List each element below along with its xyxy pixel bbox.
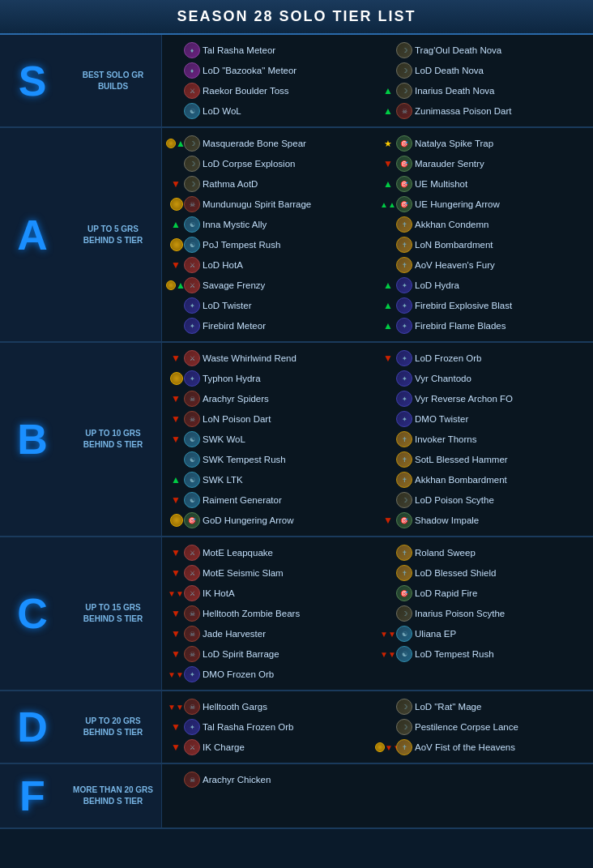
build-name: MotE Seismic Slam: [203, 568, 284, 578]
build-item: ▲ ✦ LoD Hydra: [381, 276, 587, 294]
build-item: ▼ ⚔ MotE Seismic Slam: [169, 564, 374, 582]
arrow-up-indicator: ▲: [382, 320, 394, 331]
build-avatar: ✝: [396, 472, 412, 488]
build-name: Trag'Oul Death Nova: [415, 45, 501, 55]
build-avatar: ☠: [184, 772, 200, 788]
arrow-down-indicator: ▼: [170, 353, 181, 364]
build-item: ▲ ☯ SWK LTK: [169, 471, 374, 489]
build-avatar: ☠: [184, 646, 200, 662]
tier-desc-text-F: MORE THAN 20 GRS BEHIND S TIER: [71, 785, 155, 807]
tier-row-C: C UP TO 15 GRS BEHIND S TIER ▼ ⚔ MotE Le…: [0, 537, 593, 691]
build-item: ☽ Trag'Oul Death Nova: [381, 41, 587, 59]
build-avatar: ✦: [396, 391, 412, 407]
tier-row-S: S BEST SOLO GR BUILDS ♦ Tal Rasha Meteor…: [0, 35, 593, 128]
build-avatar: ✦: [184, 318, 200, 334]
build-item: ▲ ☠ Zunimassa Poison Dart: [381, 102, 587, 120]
build-item: ☠ Mundunugu Spirit Barrage: [169, 195, 374, 213]
build-item: ▼ ☠ LoN Poison Dart: [169, 410, 374, 428]
build-avatar: ☽: [396, 42, 412, 58]
build-name: Firebird Flame Blades: [415, 321, 506, 331]
build-name: Natalya Spike Trap: [415, 139, 493, 148]
tier-desc-text-A: UP TO 5 GRS BEHIND S TIER: [71, 224, 155, 246]
build-avatar: ☽: [184, 176, 200, 192]
build-item: ▼ ⚔ Waste Whirlwind Rend: [169, 349, 374, 367]
build-avatar: ✦: [396, 318, 412, 334]
build-name: Jade Harvester: [203, 629, 266, 639]
build-avatar: ☯: [396, 626, 412, 642]
build-item: ▼▼ ✦ DMO Frozen Orb: [169, 665, 374, 683]
build-name: LoD Hydra: [415, 280, 459, 290]
build-name: Uliana EP: [415, 629, 456, 639]
build-item: ☽ LoD Death Nova: [381, 62, 587, 79]
build-avatar: ⚔: [184, 350, 200, 366]
build-name: SWK WoL: [203, 434, 245, 444]
build-name: Tal Rasha Frozen Orb: [203, 722, 294, 732]
build-avatar: ✦: [184, 370, 200, 387]
build-name: LoD HotA: [203, 260, 243, 270]
build-name: DMO Twister: [415, 414, 468, 424]
gold-badge-indicator: [170, 198, 181, 211]
build-avatar: ✦: [396, 297, 412, 314]
build-item: ▼ ✦ LoD Frozen Orb: [381, 349, 587, 367]
tier-right-column-B: ▼ ✦ LoD Frozen Orb ✦ Vyr Chantodo ✦ Vyr …: [378, 349, 590, 529]
build-item: ✦ Vyr Reverse Archon FO: [381, 390, 587, 408]
tier-letter-C: C: [17, 592, 48, 635]
build-name: LoD Corpse Explosion: [203, 159, 295, 169]
build-avatar: ⚔: [184, 739, 200, 755]
gold-badge-indicator: [170, 372, 181, 385]
build-name: LoD Rapid Fire: [415, 588, 477, 598]
build-item: ☽ LoD Corpse Explosion: [169, 155, 374, 173]
build-name: LoD Death Nova: [415, 66, 484, 75]
tier-left-column-B: ▼ ⚔ Waste Whirlwind Rend ✦ Typhon Hydra …: [165, 349, 378, 529]
arrow-down-indicator: ▼: [170, 494, 181, 506]
build-avatar: ☽: [184, 156, 200, 172]
build-name: LoD WoL: [203, 106, 241, 116]
build-item: ✦ Vyr Chantodo: [381, 370, 587, 387]
build-avatar: ✦: [396, 350, 412, 366]
double-up-indicator: ▲▲: [382, 199, 394, 210]
build-avatar: ☯: [184, 237, 200, 253]
arrow-down-indicator: ▼: [170, 608, 181, 619]
build-item: ▼ ☠ Helltooth Zombie Bears: [169, 605, 374, 622]
build-avatar: ✝: [396, 565, 412, 581]
tier-right-column-F: [378, 771, 590, 821]
tier-row-A: A UP TO 5 GRS BEHIND S TIER ▲ ☽ Masquera…: [0, 128, 593, 343]
build-name: Mundunugu Spirit Barrage: [203, 199, 311, 209]
build-name: AoV Fist of the Heavens: [415, 742, 515, 752]
build-avatar: 🎯: [396, 196, 412, 212]
arrow-down-indicator: ▼: [170, 721, 181, 733]
build-avatar: ✝: [396, 431, 412, 447]
build-name: Arachyr Spiders: [203, 394, 269, 404]
page-header: SEASON 28 SOLO TIER LIST: [0, 0, 593, 35]
build-item: ✦ DMO Twister: [381, 410, 587, 428]
double-down-indicator: ▼▼: [382, 628, 394, 639]
build-name: Akkhan Bombardment: [415, 475, 507, 485]
build-name: MotE Leapquake: [203, 548, 273, 558]
build-name: LoD Poison Scythe: [415, 495, 494, 505]
build-item: ▲ ☽ Masquerade Bone Spear: [169, 135, 374, 152]
build-item: ✝ Akkhan Condemn: [381, 216, 587, 233]
build-item: ▼▼ ⚔ IK HotA: [169, 584, 374, 602]
build-name: Masquerade Bone Spear: [203, 139, 306, 148]
build-avatar: 🎯: [396, 512, 412, 528]
build-name: Inarius Poison Scythe: [415, 609, 505, 618]
build-item: ☯ PoJ Tempest Rush: [169, 236, 374, 254]
tier-description-D: UP TO 20 GRS BEHIND S TIER: [65, 691, 162, 763]
page-title: SEASON 28 SOLO TIER LIST: [0, 8, 593, 25]
build-item: ☯ LoD WoL: [169, 102, 374, 120]
tier-left-column-C: ▼ ⚔ MotE Leapquake ▼ ⚔ MotE Seismic Slam…: [165, 544, 378, 683]
tier-description-A: UP TO 5 GRS BEHIND S TIER: [65, 128, 162, 341]
build-name: Vyr Chantodo: [415, 374, 471, 383]
build-name: Waste Whirlwind Rend: [203, 353, 296, 363]
tier-left-column-F: ☠ Arachyr Chicken: [165, 771, 378, 821]
build-name: LoD Spirit Barrage: [203, 649, 279, 659]
build-avatar: ✦: [396, 370, 412, 387]
build-item: 🎯 GoD Hungering Arrow: [169, 511, 374, 529]
build-avatar: ✦: [184, 666, 200, 682]
tier-right-column-C: ✝ Roland Sweep ✝ LoD Blessed Shield 🎯 Lo…: [378, 544, 590, 683]
build-avatar: ♦: [184, 42, 200, 58]
build-avatar: ☠: [184, 196, 200, 212]
build-avatar: ✝: [396, 739, 412, 755]
tier-label-S: S: [0, 35, 65, 126]
build-avatar: ☠: [396, 103, 412, 119]
